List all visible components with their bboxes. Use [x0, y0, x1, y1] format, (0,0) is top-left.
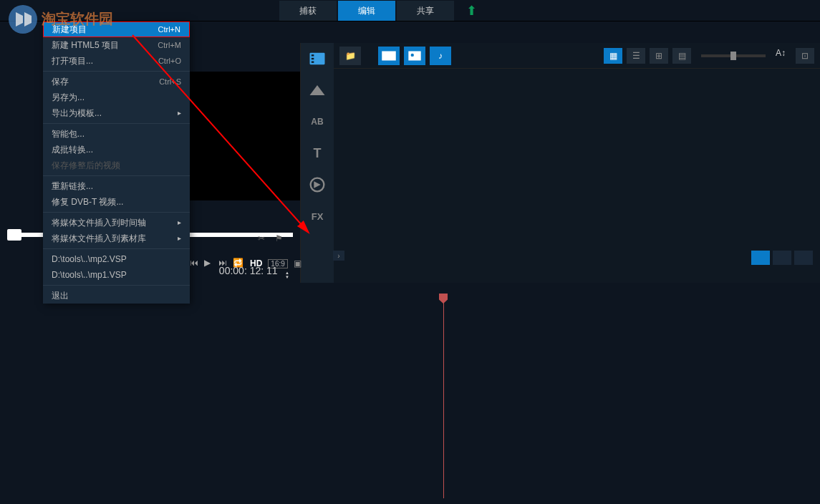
filter-video-icon[interactable] [378, 47, 400, 65]
side-toolbar: AB T FX [301, 43, 334, 283]
tab-edit[interactable]: 编辑 [338, 1, 395, 21]
timecode-value: 00:00: 12: 11 [219, 265, 278, 276]
view-thumb-icon[interactable]: ▦ [604, 48, 622, 64]
panel-tab-1[interactable] [751, 251, 770, 265]
open-project-label: 打开项目... [52, 53, 93, 69]
menu-save[interactable]: 保存 Ctrl+S [43, 74, 190, 89]
menu-exit[interactable]: 退出 [43, 288, 190, 304]
svg-point-7 [411, 53, 414, 56]
view-grid-icon[interactable]: ⊞ [650, 48, 668, 64]
menu-save-trimmed: 保存修整后的视频 [43, 158, 190, 173]
panel-tab-2[interactable] [773, 251, 791, 265]
view-detail-icon[interactable]: ▤ [672, 48, 691, 64]
settings-icon[interactable]: ⊡ [796, 48, 814, 64]
title-tool-icon[interactable]: T [307, 143, 327, 163]
library-area: 📁 ♪ ▦ ☰ ⊞ ▤ A↕ ⊡ [334, 43, 820, 283]
recent1-label: D:\tools\..\mp2.VSP [52, 251, 127, 267]
filter-audio-icon[interactable]: ♪ [430, 47, 451, 65]
view-list-icon[interactable]: ☰ [627, 48, 645, 64]
save-trimmed-label: 保存修整后的视频 [52, 158, 120, 173]
instant-tool-icon[interactable] [307, 80, 327, 100]
transitions-tool-icon[interactable]: AB [307, 112, 327, 132]
play-icon[interactable]: ▶ [204, 258, 216, 269]
menu-open-project[interactable]: 打开项目... Ctrl+O [43, 53, 190, 69]
menu-new-project[interactable]: 新建项目 Ctrl+N [43, 21, 190, 37]
folder-add-icon[interactable]: 📁 [339, 47, 361, 65]
thumb-size-slider[interactable] [701, 54, 766, 57]
insert-timeline-label: 将媒体文件插入到时间轴 [52, 215, 146, 231]
save-as-label: 另存为... [52, 89, 85, 105]
menu-smart-package[interactable]: 智能包... [43, 126, 190, 142]
preview-viewport [190, 72, 300, 200]
menu-new-html5[interactable]: 新建 HTML5 项目 Ctrl+M [43, 37, 190, 53]
menu-recent-2[interactable]: D:\tools\..\mp1.VSP [43, 267, 190, 283]
upload-icon[interactable]: ⬆ [466, 3, 477, 19]
scissors-icon[interactable]: ✂ [258, 233, 271, 246]
sort-icon[interactable]: A↕ [776, 48, 791, 64]
menu-relink[interactable]: 重新链接... [43, 178, 190, 194]
graphics-tool-icon[interactable] [307, 175, 327, 195]
filter-photo-icon[interactable] [404, 47, 425, 65]
menu-repair-dvbt[interactable]: 修复 DVB-T 视频... [43, 194, 190, 210]
file-dropdown: 新建项目 Ctrl+N 新建 HTML5 项目 Ctrl+M 打开项目... C… [43, 21, 190, 304]
svg-rect-1 [312, 54, 314, 56]
menu-batch-convert[interactable]: 成批转换... [43, 142, 190, 158]
menu-export-template[interactable]: 导出为模板... [43, 105, 190, 121]
menu-recent-1[interactable]: D:\tools\..\mp2.VSP [43, 251, 190, 267]
export-template-label: 导出为模板... [52, 105, 102, 121]
new-project-label: 新建项目 [52, 21, 87, 37]
exit-label: 退出 [52, 288, 69, 304]
playhead[interactable] [443, 294, 444, 498]
repair-dvbt-label: 修复 DVB-T 视频... [52, 194, 123, 210]
insert-library-label: 将媒体文件插入到素材库 [52, 231, 146, 246]
save-label: 保存 [52, 74, 69, 89]
recent2-label: D:\tools\..\mp1.VSP [52, 267, 127, 283]
svg-rect-5 [382, 51, 396, 60]
timecode-spinner[interactable]: ▲▼ [285, 271, 289, 279]
menu-insert-timeline[interactable]: 将媒体文件插入到时间轴 [43, 215, 190, 231]
marker-icon[interactable]: ⚑ [275, 233, 288, 246]
tab-share[interactable]: 共享 [397, 1, 454, 21]
scrubber-handle[interactable] [7, 229, 21, 241]
media-tool-icon[interactable] [307, 49, 327, 69]
panel-tab-3[interactable] [794, 251, 813, 265]
relink-label: 重新链接... [52, 178, 93, 194]
prev-clip-icon[interactable]: ⏮ [190, 258, 201, 269]
new-html5-label: 新建 HTML5 项目 [52, 37, 119, 53]
crop-icon[interactable]: ▣ [294, 258, 302, 268]
smart-pkg-label: 智能包... [52, 126, 85, 142]
svg-rect-3 [312, 62, 314, 63]
save-shortcut: Ctrl+S [159, 74, 181, 89]
filter-tool-icon[interactable]: FX [307, 206, 327, 226]
tab-capture[interactable]: 捕获 [279, 1, 337, 21]
menu-insert-library[interactable]: 将媒体文件插入到素材库 [43, 231, 190, 246]
title-label: T [314, 146, 322, 161]
open-project-shortcut: Ctrl+O [158, 53, 181, 69]
new-html5-shortcut: Ctrl+M [158, 37, 181, 53]
svg-rect-6 [408, 51, 420, 60]
ab-label: AB [311, 117, 323, 127]
preview-timecode[interactable]: 00:00: 12: 11 ▲▼ [219, 265, 289, 279]
menu-save-as[interactable]: 另存为... [43, 89, 190, 105]
svg-rect-2 [312, 58, 314, 59]
new-project-shortcut: Ctrl+N [158, 21, 180, 37]
expand-panel-icon[interactable]: › [333, 251, 344, 261]
batch-convert-label: 成批转换... [52, 142, 93, 158]
fx-label: FX [312, 211, 324, 222]
library-panel: AB T FX 📁 ♪ [301, 43, 820, 283]
